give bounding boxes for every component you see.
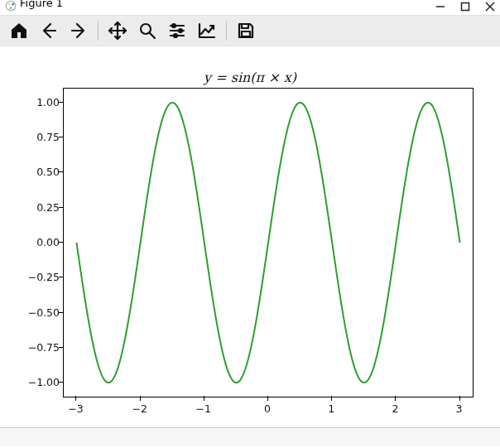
window-title: Figure 1: [20, 0, 63, 9]
svg-point-9: [172, 24, 175, 27]
y-tick-label: −0.75: [10, 341, 60, 354]
x-tick-label: −3: [64, 402, 87, 415]
x-tick-label: 2: [383, 402, 406, 415]
minimize-button[interactable]: [435, 2, 445, 12]
y-tick-label: −0.50: [10, 306, 60, 319]
svg-rect-12: [242, 24, 248, 28]
toolbar-separator: [98, 21, 99, 41]
pan-button[interactable]: [103, 18, 132, 43]
y-tick-label: 0.75: [10, 131, 60, 143]
move-icon: [108, 21, 127, 41]
chart-canvas[interactable]: y = sin(π × x) −1.00−0.75−0.50−0.250.000…: [0, 46, 500, 427]
x-tick-label: −2: [128, 402, 151, 415]
chart-title: y = sin(π × x): [0, 70, 500, 85]
svg-rect-13: [242, 31, 250, 36]
svg-point-2: [12, 2, 14, 5]
x-tick-label: 1: [320, 402, 343, 415]
back-button[interactable]: [35, 18, 63, 43]
svg-point-11: [174, 34, 177, 37]
chart-line-icon: [197, 21, 217, 41]
y-tick-label: −0.25: [10, 271, 60, 283]
arrow-left-icon: [39, 21, 59, 41]
toolbar: [0, 15, 500, 46]
y-tick-label: 0.00: [10, 236, 60, 248]
home-button[interactable]: [5, 18, 33, 43]
y-tick-label: −1.00: [10, 376, 60, 388]
titlebar: Figure 1: [0, 0, 500, 12]
x-tick-label: 3: [448, 402, 471, 415]
zoom-icon: [137, 21, 157, 41]
sliders-icon: [167, 21, 187, 41]
home-icon: [9, 21, 29, 41]
zoom-button[interactable]: [133, 18, 161, 43]
y-tick-label: 1.00: [10, 96, 60, 108]
y-tick-label: 0.50: [10, 166, 60, 178]
toolbar-separator: [226, 21, 227, 41]
y-tick-label: 0.25: [10, 201, 60, 214]
save-button[interactable]: [232, 18, 260, 43]
svg-point-10: [179, 29, 182, 32]
arrow-right-icon: [69, 21, 89, 41]
svg-point-8: [141, 24, 151, 34]
maximize-button[interactable]: [460, 2, 470, 12]
svg-rect-5: [462, 3, 469, 11]
x-tick-label: 0: [256, 402, 279, 415]
edit-axes-button[interactable]: [193, 18, 221, 43]
status-bar: [0, 427, 500, 446]
close-button[interactable]: [485, 2, 495, 12]
configure-subplots-button[interactable]: [163, 18, 191, 43]
forward-button[interactable]: [65, 18, 93, 43]
save-icon: [236, 21, 256, 41]
svg-point-0: [6, 1, 15, 10]
x-tick-label: −1: [192, 402, 215, 415]
svg-point-1: [8, 2, 10, 4]
line-series: [64, 89, 473, 397]
plot-area: [63, 88, 474, 397]
svg-point-3: [10, 7, 12, 9]
app-icon: [5, 0, 17, 12]
